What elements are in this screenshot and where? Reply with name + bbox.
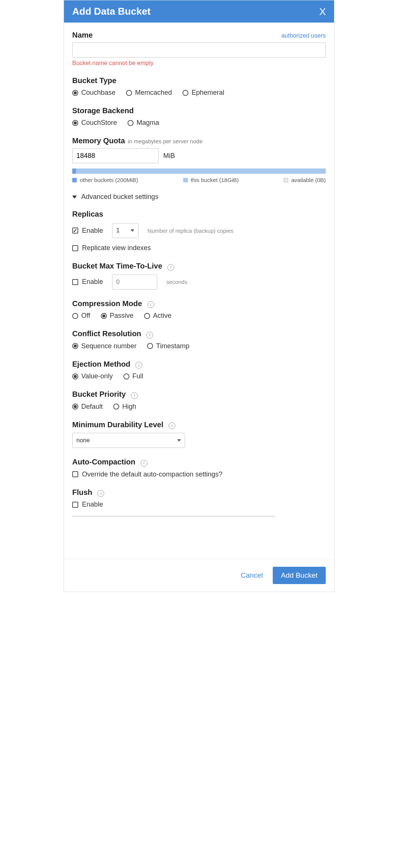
bucket-type-section: Bucket Type CouchbaseMemcachedEphemeral bbox=[72, 76, 326, 97]
flush-enable-label: Enable bbox=[82, 501, 103, 508]
ejection-label: Ejection Method bbox=[72, 360, 130, 369]
autocompaction-label: Auto-Compaction bbox=[72, 458, 135, 466]
advanced-settings-toggle[interactable]: Advanced bucket settings bbox=[72, 193, 326, 201]
radio-label: Memcached bbox=[135, 89, 172, 97]
radio-label: Off bbox=[81, 312, 90, 320]
replica-count-value: 1 bbox=[116, 227, 120, 234]
storage_backend-option[interactable]: Magma bbox=[128, 119, 159, 127]
conflict-option[interactable]: Sequence number bbox=[72, 342, 137, 350]
flush-enable-checkbox[interactable]: Enable bbox=[72, 501, 326, 508]
ttl-enable-checkbox[interactable]: Enable bbox=[72, 278, 103, 286]
replicate-views-label: Replicate view indexes bbox=[82, 244, 151, 252]
radio-icon bbox=[72, 313, 78, 319]
radio-icon bbox=[72, 373, 78, 379]
checkbox-icon bbox=[72, 228, 78, 234]
radio-label: Passive bbox=[110, 312, 134, 320]
replicate-views-checkbox[interactable]: Replicate view indexes bbox=[72, 244, 326, 252]
storage-backend-section: Storage Backend CouchStoreMagma bbox=[72, 106, 326, 127]
checkbox-icon bbox=[72, 471, 78, 477]
compression-option[interactable]: Active bbox=[144, 312, 172, 320]
priority-label: Bucket Priority bbox=[72, 390, 126, 399]
info-icon[interactable]: i bbox=[141, 460, 147, 467]
bucket-name-input[interactable] bbox=[72, 42, 326, 58]
replica-count-select[interactable]: 1 bbox=[112, 223, 138, 238]
legend-swatch-avail bbox=[284, 178, 288, 182]
memory-quota-legend: other buckets (200MiB) this bucket (18Gi… bbox=[72, 177, 326, 183]
ejection-option[interactable]: Full bbox=[123, 372, 143, 380]
replicas-section: Replicas Enable 1 Number of replica (bac… bbox=[72, 210, 326, 252]
autocompaction-override-checkbox[interactable]: Override the default auto-compaction set… bbox=[72, 470, 326, 478]
memory-bar-this bbox=[76, 168, 326, 174]
memory-quota-label: Memory Quota bbox=[72, 137, 125, 145]
autocompaction-override-label: Override the default auto-compaction set… bbox=[82, 470, 222, 478]
name-error: Bucket name cannot be empty bbox=[72, 60, 326, 67]
ejection-option[interactable]: Value-only bbox=[72, 372, 113, 380]
ttl-label: Bucket Max Time-To-Live bbox=[72, 262, 162, 270]
checkbox-icon bbox=[72, 279, 78, 285]
replicas-enable-checkbox[interactable]: Enable bbox=[72, 227, 103, 235]
info-icon[interactable]: i bbox=[97, 490, 104, 497]
storage_backend-option[interactable]: CouchStore bbox=[72, 119, 117, 127]
radio-label: Timestamp bbox=[156, 342, 189, 350]
ejection-radio-group: Value-onlyFull bbox=[72, 372, 326, 380]
flush-label: Flush bbox=[72, 488, 92, 497]
add-bucket-button[interactable]: Add Bucket bbox=[273, 567, 326, 584]
chevron-down-icon bbox=[72, 196, 77, 199]
info-icon[interactable]: i bbox=[131, 392, 138, 399]
ttl-unit: seconds bbox=[166, 279, 187, 285]
ttl-value-input[interactable] bbox=[112, 275, 157, 290]
conflict-label: Conflict Resolution bbox=[72, 329, 141, 338]
compression-radio-group: OffPassiveActive bbox=[72, 312, 326, 320]
dialog-footer: Cancel Add Bucket bbox=[64, 559, 334, 592]
bucket_type-option[interactable]: Ephemeral bbox=[182, 89, 224, 97]
cancel-button[interactable]: Cancel bbox=[241, 571, 263, 580]
radio-label: Default bbox=[81, 403, 103, 411]
radio-label: High bbox=[122, 403, 136, 411]
priority-option[interactable]: High bbox=[113, 403, 136, 411]
info-icon[interactable]: i bbox=[167, 264, 174, 271]
radio-icon bbox=[147, 343, 153, 349]
conflict-section: Conflict Resolution i Sequence numberTim… bbox=[72, 329, 326, 350]
radio-icon bbox=[72, 120, 78, 126]
radio-icon bbox=[126, 90, 132, 96]
compression-option[interactable]: Off bbox=[72, 312, 90, 320]
radio-icon bbox=[182, 90, 188, 96]
compression-section: Compression Mode i OffPassiveActive bbox=[72, 299, 326, 320]
memory-quota-section: Memory Quota in megabytes per server nod… bbox=[72, 137, 326, 183]
ttl-enable-label: Enable bbox=[82, 278, 103, 286]
compression-option[interactable]: Passive bbox=[101, 312, 134, 320]
bucket-type-label: Bucket Type bbox=[72, 76, 326, 85]
advanced-settings-label: Advanced bucket settings bbox=[81, 193, 158, 201]
priority-option[interactable]: Default bbox=[72, 403, 103, 411]
radio-icon bbox=[101, 313, 107, 319]
authorized-users-link[interactable]: authorized users bbox=[281, 32, 326, 39]
checkbox-icon bbox=[72, 245, 78, 251]
radio-icon bbox=[72, 404, 78, 410]
close-icon[interactable]: X bbox=[319, 7, 326, 17]
memory-quota-input[interactable] bbox=[72, 148, 159, 163]
flush-section: Flush i Enable bbox=[72, 488, 326, 509]
info-icon[interactable]: i bbox=[169, 422, 175, 429]
radio-label: Sequence number bbox=[81, 342, 137, 350]
radio-icon bbox=[128, 120, 134, 126]
bucket_type-option[interactable]: Memcached bbox=[126, 89, 172, 97]
radio-icon bbox=[72, 343, 78, 349]
ejection-section: Ejection Method i Value-onlyFull bbox=[72, 360, 326, 381]
chevron-down-icon bbox=[131, 229, 134, 232]
info-icon[interactable]: i bbox=[135, 362, 142, 369]
storage-backend-label: Storage Backend bbox=[72, 106, 326, 115]
info-icon[interactable]: i bbox=[146, 332, 153, 338]
bucket_type-option[interactable]: Couchbase bbox=[72, 89, 115, 97]
durability-label: Minimum Durability Level bbox=[72, 420, 163, 429]
add-bucket-dialog: Add Data Bucket X Name authorized users … bbox=[64, 0, 334, 592]
durability-select[interactable]: none bbox=[72, 433, 185, 448]
radio-label: Value-only bbox=[81, 372, 113, 380]
conflict-option[interactable]: Timestamp bbox=[147, 342, 189, 350]
name-section: Name authorized users Bucket name cannot… bbox=[72, 31, 326, 67]
name-label: Name bbox=[72, 31, 93, 39]
memory-quota-bar bbox=[72, 168, 326, 174]
legend-avail: available (0B) bbox=[291, 177, 326, 183]
info-icon[interactable]: i bbox=[147, 301, 154, 308]
chevron-down-icon bbox=[177, 439, 181, 442]
compression-label: Compression Mode bbox=[72, 299, 142, 308]
